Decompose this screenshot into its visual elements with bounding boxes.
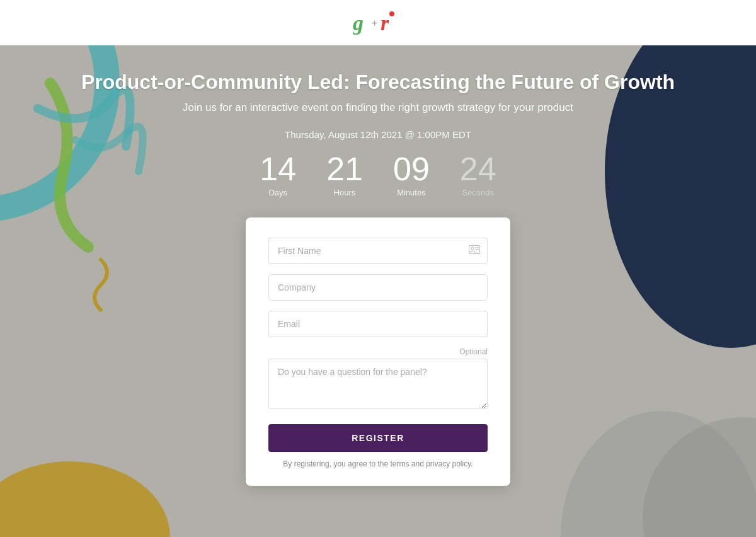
countdown-minutes: 09 Minutes [393,153,430,197]
event-title: Product-or-Community Led: Forecasting th… [81,71,675,94]
event-content: Product-or-Community Led: Forecasting th… [0,45,756,486]
minutes-number: 09 [393,153,430,185]
question-textarea[interactable] [268,359,488,409]
event-date: Thursday, August 12th 2021 @ 1:00PM EDT [285,129,471,140]
seconds-number: 24 [460,153,496,185]
event-subtitle: Join us for an interactive event on find… [183,101,573,114]
seconds-label: Seconds [462,188,494,197]
registration-form-card: Optional REGISTER By registering, you ag… [246,217,510,486]
register-button[interactable]: REGISTER [268,424,488,452]
logo-svg: g + r [353,10,403,35]
svg-text:g: g [353,11,364,35]
days-number: 14 [260,153,296,185]
email-input[interactable] [268,311,488,337]
countdown-seconds: 24 Seconds [460,153,496,197]
logo: g + r [353,10,403,35]
company-field [268,274,488,301]
countdown-days: 14 Days [260,153,296,197]
svg-point-10 [471,247,474,250]
question-field: Optional [268,347,488,412]
minutes-label: Minutes [397,188,426,197]
header: g + r [0,0,756,45]
optional-label: Optional [268,347,488,356]
terms-text: By registering, you agree to the terms a… [268,459,488,468]
countdown-hours: 21 Hours [326,153,363,197]
hours-label: Hours [334,188,356,197]
svg-text:+: + [372,18,377,28]
hours-number: 21 [326,153,363,185]
first-name-input[interactable] [268,238,488,264]
countdown: 14 Days 21 Hours 09 Minutes 24 Seconds [260,153,496,197]
email-field [268,311,488,337]
first-name-field [268,238,488,264]
id-card-icon [469,245,480,257]
svg-point-3 [389,11,394,16]
company-input[interactable] [268,274,488,301]
svg-text:r: r [381,11,389,35]
main-background: Product-or-Community Led: Forecasting th… [0,45,756,537]
days-label: Days [268,188,287,197]
